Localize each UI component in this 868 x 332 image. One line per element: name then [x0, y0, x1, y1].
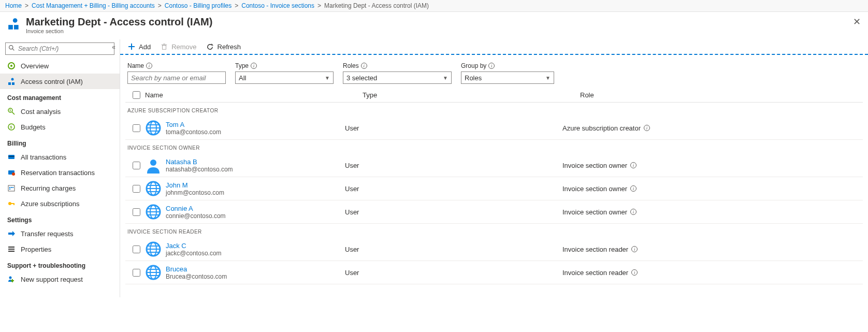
info-icon[interactable]: i [488, 63, 495, 69]
transfer-icon [7, 229, 16, 238]
sidebar-item-label: New support request [21, 276, 83, 283]
row-checkbox[interactable] [133, 124, 140, 132]
trash-icon [160, 42, 168, 51]
sidebar-item-recurring-charges[interactable]: Recurring charges [0, 180, 120, 196]
info-icon[interactable]: i [630, 209, 636, 215]
user-email: natashab@contoso.com [166, 166, 233, 173]
row-checkbox[interactable] [133, 162, 140, 169]
main-content: Add Remove Refresh Name iType iAll▼Roles… [120, 39, 868, 297]
type-dropdown[interactable]: All▼ [235, 71, 334, 84]
close-button[interactable]: ✕ [853, 16, 861, 27]
sidebar-item-cost-analysis[interactable]: $Cost analysis [0, 104, 120, 119]
sidebar-search-input[interactable] [5, 42, 114, 55]
svg-point-7 [11, 78, 14, 81]
user-name-link[interactable]: Jack C [166, 242, 222, 250]
filter-label: Group by i [461, 62, 554, 69]
svg-rect-1 [8, 25, 13, 30]
user-name-link[interactable]: John M [166, 181, 224, 189]
page-subtitle: Invoice section [26, 28, 212, 34]
search-icon [8, 45, 15, 51]
user-name-link[interactable]: Brucea [166, 265, 227, 273]
add-button[interactable]: Add [127, 42, 151, 51]
column-type[interactable]: Type [363, 91, 580, 99]
table-row[interactable]: Jack Cjackc@contoso.comUserInvoice secti… [125, 238, 863, 261]
remove-button[interactable]: Remove [160, 42, 196, 51]
refresh-button[interactable]: Refresh [206, 42, 241, 51]
column-name[interactable]: Name [145, 91, 363, 99]
iam-icon [7, 77, 16, 85]
row-checkbox[interactable] [133, 185, 140, 193]
svg-rect-22 [12, 187, 13, 188]
filter-label: Type i [235, 62, 334, 69]
chevron-down-icon: ▼ [325, 75, 330, 81]
info-icon[interactable]: i [644, 125, 650, 131]
breadcrumb-item[interactable]: Contoso - Invoice sections [241, 2, 314, 9]
collapse-sidebar-icon[interactable]: « [112, 44, 115, 51]
sidebar-item-budgets[interactable]: $Budgets [0, 119, 120, 135]
select-all-checkbox[interactable] [133, 91, 140, 99]
groupby-dropdown[interactable]: Roles▼ [461, 71, 554, 84]
column-role[interactable]: Role [580, 91, 861, 99]
sidebar-item-all-transactions[interactable]: All transactions [0, 149, 120, 165]
user-type: User [345, 269, 562, 277]
breadcrumb: Home>Cost Management + Billing - Billing… [0, 0, 868, 12]
info-icon[interactable]: i [630, 185, 636, 192]
breadcrumb-item[interactable]: Cost Management + Billing - Billing acco… [32, 2, 155, 9]
table-row[interactable]: Connie Aconnie@contoso.comUserInvoice se… [125, 200, 863, 224]
row-checkbox[interactable] [133, 269, 140, 277]
role-assignments-table: Name Type Role AZURE SUBSCRIPTION CREATO… [120, 88, 868, 284]
budget-icon: $ [7, 123, 16, 131]
page-title: Marketing Dept - Access control (IAM) [26, 16, 212, 28]
sidebar-item-label: Recurring charges [21, 184, 76, 192]
row-checkbox[interactable] [133, 208, 140, 216]
row-checkbox[interactable] [133, 246, 140, 253]
sidebar-item-properties[interactable]: Properties [0, 241, 120, 257]
breadcrumb-item[interactable]: Home [5, 2, 22, 9]
sidebar-item-transfer-requests[interactable]: Transfer requests [0, 226, 120, 241]
sidebar-group-title: Settings [0, 211, 120, 226]
chevron-right-icon: > [235, 2, 238, 9]
support-icon [7, 275, 16, 283]
svg-rect-35 [163, 45, 166, 49]
user-avatar-icon [145, 180, 162, 197]
breadcrumb-item[interactable]: Contoso - Billing profiles [165, 2, 232, 9]
cost-icon: $ [7, 107, 16, 116]
info-icon[interactable]: i [631, 269, 638, 276]
user-type: User [345, 162, 562, 169]
table-row[interactable]: Tom Atoma@contoso.comUserAzure subscript… [125, 117, 863, 140]
user-type: User [345, 246, 562, 253]
sidebar-group-title: Billing [0, 135, 120, 149]
info-icon[interactable]: i [146, 63, 152, 69]
user-name-link[interactable]: Connie A [166, 205, 226, 212]
table-row[interactable]: John Mjohnm@contoso.comUserInvoice secti… [125, 177, 863, 200]
table-row[interactable]: BruceaBrucea@contoso.comUserInvoice sect… [125, 261, 863, 284]
user-email: jackc@contoso.com [166, 250, 222, 257]
info-icon[interactable]: i [361, 63, 367, 69]
user-name-link[interactable]: Tom A [166, 121, 221, 128]
sidebar-item-reservation-transactions[interactable]: Reservation transactions [0, 165, 120, 180]
sidebar-item-azure-subscriptions[interactable]: Azure subscriptions [0, 196, 120, 211]
sidebar: « OverviewAccess control (IAM)Cost manag… [0, 39, 120, 297]
sidebar-item-new-support-request[interactable]: New support request [0, 271, 120, 287]
user-name-link[interactable]: Natasha B [166, 158, 233, 166]
user-avatar-icon [145, 157, 162, 174]
sidebar-item-label: Overview [21, 62, 49, 70]
sidebar-item-overview[interactable]: Overview [0, 58, 120, 74]
sidebar-item-access-control-iam-[interactable]: Access control (IAM) [0, 74, 120, 89]
info-icon[interactable]: i [251, 63, 257, 69]
info-icon[interactable]: i [631, 246, 638, 252]
page-header: Marketing Dept - Access control (IAM) In… [0, 12, 868, 39]
table-row[interactable]: Natasha Bnatashab@contoso.comUserInvoice… [125, 154, 863, 177]
svg-rect-23 [9, 189, 10, 190]
info-icon[interactable]: i [630, 162, 636, 168]
roles-dropdown[interactable]: 3 selected▼ [343, 71, 452, 84]
sidebar-item-label: Access control (IAM) [21, 78, 83, 85]
svg-rect-2 [14, 25, 19, 30]
svg-text:$: $ [10, 125, 12, 129]
user-type: User [345, 185, 562, 193]
name-search-field[interactable] [131, 74, 222, 82]
name-search-input[interactable] [127, 71, 226, 84]
user-role: Invoice section reader [562, 269, 628, 277]
svg-rect-21 [11, 187, 12, 188]
user-type: User [345, 208, 562, 216]
